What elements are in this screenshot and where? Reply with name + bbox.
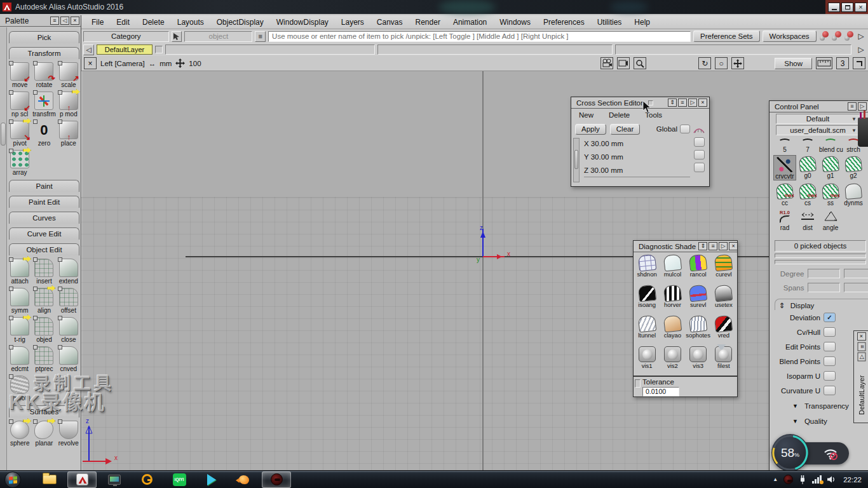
edit-points-checkbox[interactable]: ✓ — [824, 342, 836, 351]
snap-to-curve-icon[interactable] — [831, 31, 841, 41]
tool-array[interactable]: array — [8, 149, 32, 176]
tool-rotate[interactable]: rotate — [32, 61, 56, 88]
palette-close-icon[interactable]: × — [71, 17, 79, 25]
tool-dynms[interactable]: dynms — [842, 182, 865, 207]
cse-menu-new[interactable]: New — [579, 111, 593, 119]
blend-points-checkbox[interactable]: ✓ — [824, 356, 836, 366]
grid-cells-button[interactable]: 3 — [836, 57, 849, 69]
cse-titlebar[interactable]: Cross Section Editor ⇕ ≡ ▷ × — [571, 97, 709, 109]
close-button[interactable]: × — [855, 3, 867, 12]
menu-windows[interactable]: Windows — [493, 18, 537, 27]
taskbar-iqiyi-button[interactable]: iQIYI — [165, 471, 194, 488]
spans-input-v[interactable] — [844, 283, 868, 292]
minimize-button[interactable] — [828, 3, 840, 12]
tray-game-icon[interactable] — [783, 475, 793, 484]
tab-pick[interactable]: Pick — [9, 31, 79, 43]
list-button[interactable]: ≡ — [255, 31, 266, 42]
ruler-icon[interactable] — [816, 57, 832, 69]
cpanel-menu-icon[interactable]: ≡ — [848, 102, 857, 111]
cse-scrollbar[interactable] — [573, 138, 580, 182]
preference-sets-button[interactable]: Preference Sets — [693, 30, 759, 42]
render-camera-icon[interactable] — [600, 57, 613, 69]
menu-edit[interactable]: Edit — [110, 18, 136, 27]
tool-5[interactable]: 5 — [773, 137, 796, 153]
menu-layers[interactable]: Layers — [335, 18, 370, 27]
tool-horver[interactable]: horver — [660, 284, 685, 315]
layer-strip-window[interactable]: × ≡ ◁ DefaultLayer — [853, 330, 868, 423]
tab-curve-edit[interactable]: Curve Edit — [9, 227, 79, 240]
tolerance-input[interactable]: 0.0100 — [642, 387, 679, 396]
taskbar-explorer-button[interactable] — [35, 471, 64, 488]
menu-layouts[interactable]: Layouts — [171, 18, 210, 27]
section-row-z[interactable]: Z 30.00 mm — [584, 163, 690, 177]
network-signal-icon[interactable] — [812, 475, 822, 484]
cse-menu-icon[interactable]: ≡ — [678, 98, 687, 107]
menu-delete[interactable]: Delete — [136, 18, 171, 27]
diag-menu-icon[interactable]: ≡ — [709, 242, 717, 250]
taskbar-alias-button[interactable] — [67, 471, 97, 488]
restore-button[interactable] — [841, 3, 853, 12]
tool-place[interactable]: place — [57, 119, 81, 147]
volume-icon[interactable] — [827, 475, 836, 484]
menu-utilities[interactable]: Utilities — [591, 18, 628, 27]
tool-7[interactable]: 7 — [796, 137, 819, 153]
layer-checkbox[interactable] — [155, 46, 163, 53]
tab-paint-edit[interactable]: Paint Edit — [9, 196, 79, 208]
tray-expand-icon[interactable]: ▲ — [773, 477, 778, 482]
viewport-close-icon[interactable]: × — [84, 57, 97, 69]
object-field[interactable]: object — [184, 31, 252, 42]
tool-crvcvtr[interactable]: crvcvtr — [773, 155, 796, 180]
taskbar-g-app-button[interactable] — [132, 471, 161, 488]
cvhull-checkbox[interactable]: ✓ — [824, 327, 836, 337]
tool-move[interactable]: move — [8, 61, 32, 88]
taskbar-fish-app-button[interactable] — [229, 471, 259, 488]
diag-close-icon[interactable]: × — [729, 242, 738, 250]
tool-close[interactable]: close — [57, 316, 81, 343]
tolerance-grip[interactable] — [635, 379, 641, 388]
taskbar-clock[interactable]: 22:22 — [843, 476, 862, 484]
layer-tab-defaultlayer[interactable]: DefaultLayer — [97, 44, 153, 55]
pick-cursor-icon[interactable] — [172, 31, 182, 42]
global-checkbox[interactable] — [680, 125, 690, 133]
cse-close-icon[interactable]: × — [698, 98, 707, 107]
tool-cc[interactable]: maxcc — [773, 182, 796, 207]
degree-input-v[interactable] — [844, 269, 868, 278]
tool-rad[interactable]: R1.0rad — [773, 208, 796, 231]
diag-play-icon[interactable]: ▷ — [719, 242, 728, 250]
tool-g1[interactable]: g1 — [819, 155, 842, 180]
tab-surfaces[interactable]: Surfaces — [9, 405, 79, 417]
menu-render[interactable]: Render — [409, 18, 447, 27]
cse-play-icon[interactable]: ▷ — [688, 98, 697, 107]
tool-symm[interactable]: symm — [8, 287, 32, 314]
strip-menu-icon[interactable]: ≡ — [857, 342, 865, 351]
tool-ptprec[interactable]: ptprec — [32, 345, 56, 372]
tool-ss[interactable]: maxss — [819, 182, 842, 207]
section-row-x[interactable]: X 30.00 mm — [584, 137, 690, 150]
palette-collapse-icon[interactable]: ◁ — [60, 17, 69, 25]
zoom-tool-icon[interactable] — [634, 57, 646, 69]
tool-dist[interactable]: dist — [796, 208, 819, 231]
curvature-u-checkbox[interactable]: ✓ — [824, 386, 836, 395]
tool-scale[interactable]: scale — [57, 61, 81, 88]
diagnostic-shade-window[interactable]: Diagnostic Shade ⇕ ≡ ▷ × shdnon mulcol r… — [633, 240, 738, 397]
tool-surevl[interactable]: surevl — [686, 284, 711, 315]
tool-npscl[interactable]: np scl — [8, 90, 32, 118]
deviation-checkbox[interactable]: ✓ — [824, 313, 836, 322]
tool-align[interactable]: align — [32, 287, 56, 314]
section-y-button[interactable] — [694, 150, 705, 159]
tool-g2[interactable]: g2 — [842, 155, 865, 180]
workspaces-button[interactable]: Workspaces — [763, 30, 817, 42]
cse-resize-icon[interactable]: ⇕ — [668, 98, 677, 107]
tool-offset[interactable]: offset — [57, 287, 81, 314]
look-at-icon[interactable]: ○ — [715, 57, 728, 69]
section-z-button[interactable] — [694, 163, 705, 172]
category-field[interactable]: Category — [83, 31, 169, 42]
tool-blend-cu[interactable]: blend cu — [819, 137, 842, 153]
tool-insert[interactable]: insert — [32, 257, 56, 285]
prompt-input[interactable]: Use mouse or enter name of item to pick … — [268, 31, 691, 42]
camera-view-icon[interactable] — [617, 57, 630, 69]
tool-edcmt[interactable]: edcmt — [8, 345, 32, 372]
tool-smooth[interactable]: smooth — [8, 374, 32, 402]
toolbar-overflow-arrow[interactable]: ▷ — [856, 32, 866, 41]
tool-shdnon[interactable]: shdnon — [634, 254, 660, 284]
